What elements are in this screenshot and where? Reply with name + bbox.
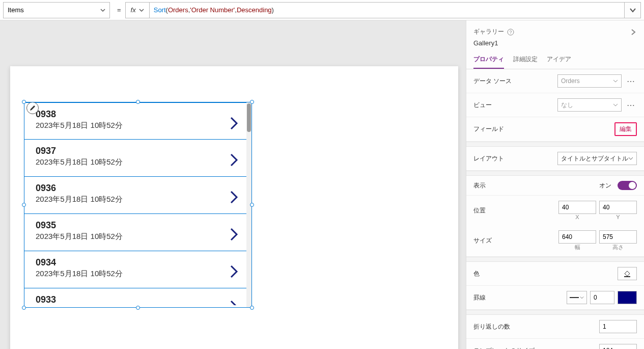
properties-panel: ギャラリー ? Gallery1 プロパティ 詳細設定 アイデア データ ソース… [466, 20, 644, 349]
resize-handle[interactable] [22, 203, 26, 207]
position-label: 位置 [473, 206, 486, 215]
property-selector-value: Items [8, 6, 24, 14]
panel-tabs: プロパティ 詳細設定 アイデア [466, 51, 644, 69]
list-item[interactable]: 0936 2023年5月18日 10時52分 [24, 177, 251, 214]
chevron-right-icon[interactable] [229, 190, 239, 207]
section-divider [466, 142, 644, 147]
fields-label: フィールド [473, 125, 504, 133]
size-height-input[interactable] [599, 230, 637, 244]
equals-label: = [113, 6, 125, 14]
item-title: 0937 [36, 146, 123, 156]
position-y-input[interactable] [599, 201, 637, 214]
section-divider [466, 310, 644, 315]
template-size-label: テンプレートのサイズ [473, 346, 535, 350]
tab-ideas[interactable]: アイデア [547, 51, 571, 69]
layout-combo[interactable]: タイトルとサブタイトル [557, 152, 637, 165]
list-item[interactable]: 0935 2023年5月18日 10時52分 [24, 214, 251, 251]
tab-advanced[interactable]: 詳細設定 [513, 51, 538, 69]
tab-properties[interactable]: プロパティ [473, 51, 504, 69]
border-width-input[interactable] [590, 291, 614, 304]
resize-handle[interactable] [250, 203, 254, 207]
chevron-right-icon[interactable] [229, 152, 239, 170]
list-item[interactable]: 0938 2023年5月18日 10時52分 [24, 102, 251, 140]
resize-handle[interactable] [250, 306, 254, 310]
list-item[interactable]: 0933 [24, 288, 251, 307]
more-button[interactable]: ⋯ [625, 100, 637, 110]
chevron-right-icon[interactable] [229, 297, 239, 305]
item-title: 0936 [36, 183, 123, 194]
y-axis-label: Y [599, 214, 637, 220]
chevron-right-icon[interactable] [229, 116, 239, 133]
panel-category: ギャラリー [473, 28, 504, 36]
layout-label: レイアウト [473, 154, 504, 163]
item-subtitle: 2023年5月18日 10時52分 [36, 232, 123, 241]
list-item[interactable]: 0937 2023年5月18日 10時52分 [24, 140, 251, 177]
view-combo[interactable]: なし [557, 98, 622, 112]
property-selector[interactable]: Items [3, 2, 110, 18]
wrap-label: 折り返しの数 [473, 323, 510, 331]
resize-handle[interactable] [250, 100, 254, 104]
help-icon[interactable]: ? [507, 29, 514, 36]
fx-button[interactable]: fx [125, 2, 150, 18]
chevron-right-icon[interactable] [229, 227, 239, 244]
resize-handle[interactable] [136, 100, 140, 104]
item-title: 0935 [36, 220, 123, 231]
svg-text:?: ? [509, 30, 512, 35]
border-color-picker[interactable] [618, 291, 637, 304]
chevron-down-icon [613, 102, 618, 108]
gallery-control[interactable]: 0938 2023年5月18日 10時52分 0937 2023年5月18日 1… [24, 102, 252, 308]
template-size-input[interactable] [599, 344, 637, 349]
position-x-input[interactable] [558, 201, 596, 214]
list-item[interactable]: 0934 2023年5月18日 10時52分 [24, 251, 251, 288]
item-title: 0938 [36, 109, 123, 120]
chevron-right-icon[interactable] [229, 264, 239, 281]
visible-toggle[interactable] [618, 181, 637, 190]
edit-template-button[interactable] [26, 102, 39, 114]
fill-icon [623, 270, 631, 278]
scrollbar-thumb[interactable] [247, 103, 251, 132]
visible-toggle-label: オン [599, 181, 611, 190]
datasource-label: データ ソース [473, 77, 512, 86]
item-subtitle: 2023年5月18日 10時52分 [36, 121, 123, 130]
chevron-down-icon [139, 8, 144, 13]
width-axis-label: 幅 [558, 244, 596, 251]
pencil-icon [29, 104, 36, 112]
formula-input[interactable]: Sort( Orders, 'Order Number', Descending… [150, 2, 625, 18]
section-divider [466, 257, 644, 262]
chevron-right-icon[interactable] [630, 29, 637, 36]
resize-handle[interactable] [22, 306, 26, 310]
size-label: サイズ [473, 236, 492, 245]
size-width-input[interactable] [558, 230, 596, 244]
formula-expand-button[interactable] [625, 2, 641, 18]
border-style-combo[interactable] [567, 291, 587, 304]
item-subtitle: 2023年5月18日 10時52分 [36, 269, 123, 279]
visible-label: 表示 [473, 181, 486, 190]
chevron-down-icon [100, 8, 105, 13]
gallery-list: 0938 2023年5月18日 10時52分 0937 2023年5月18日 1… [24, 102, 251, 307]
more-button[interactable]: ⋯ [625, 76, 637, 86]
resize-handle[interactable] [22, 100, 26, 104]
view-label: ビュー [473, 101, 492, 110]
section-divider [466, 171, 644, 176]
item-title: 0933 [36, 294, 56, 305]
height-axis-label: 高さ [599, 244, 637, 251]
canvas-area[interactable]: 0938 2023年5月18日 10時52分 0937 2023年5月18日 1… [0, 20, 466, 349]
color-picker[interactable] [618, 267, 637, 280]
resize-handle[interactable] [136, 306, 140, 310]
item-title: 0934 [36, 257, 123, 268]
item-subtitle: 2023年5月18日 10時52分 [36, 195, 123, 204]
wrap-input[interactable] [599, 320, 637, 333]
item-subtitle: 2023年5月18日 10時52分 [36, 157, 123, 167]
x-axis-label: X [558, 214, 596, 220]
chevron-down-icon [629, 7, 636, 14]
control-name: Gallery1 [466, 39, 644, 51]
svg-rect-2 [624, 276, 630, 277]
chevron-down-icon [628, 156, 633, 161]
datasource-combo[interactable]: Orders [557, 74, 622, 88]
color-label: 色 [473, 270, 480, 278]
formula-bar: Items = fx Sort( Orders, 'Order Number',… [0, 0, 644, 20]
fields-edit-link[interactable]: 編集 [614, 122, 637, 136]
fx-label: fx [131, 6, 136, 14]
chevron-down-icon [580, 296, 584, 300]
chevron-down-icon [613, 78, 618, 84]
